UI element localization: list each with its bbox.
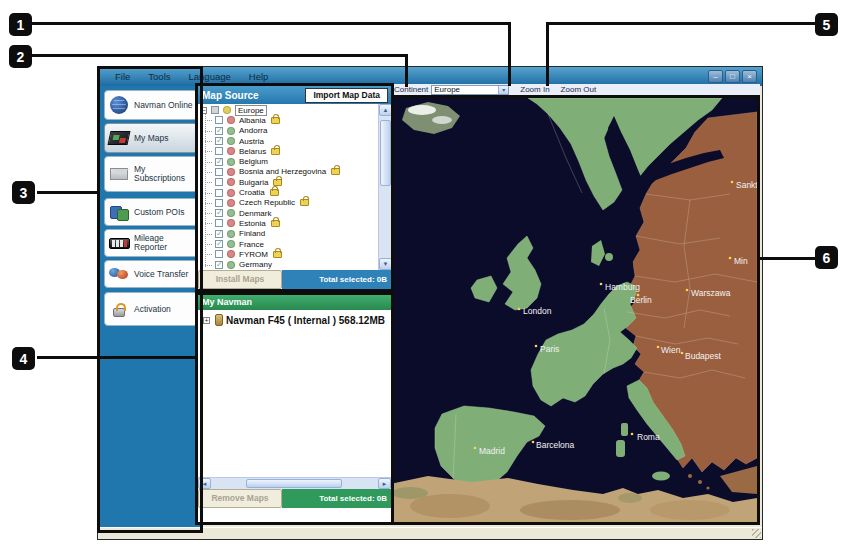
city-label: Berlin (630, 295, 652, 305)
status-dot-red (227, 168, 235, 176)
menu-tools[interactable]: Tools (139, 71, 179, 82)
menu-help[interactable]: Help (240, 71, 278, 82)
sidebar-item-my-maps[interactable]: My Maps (104, 123, 198, 153)
sidebar-item-navman-online[interactable]: Navman Online (104, 90, 198, 120)
checkbox-icon[interactable] (215, 189, 223, 197)
tree-row-europe[interactable]: − Europe (198, 105, 378, 115)
tree-row-germany[interactable]: Germany (198, 259, 378, 269)
status-dot-red (227, 250, 235, 258)
tree-row-belgium[interactable]: Belgium (198, 156, 378, 166)
sidebar-item-my-subscriptions[interactable]: My Subscriptions (104, 156, 198, 192)
menu-file[interactable]: File (106, 71, 139, 82)
scrollbar-thumb[interactable] (380, 120, 391, 186)
zoom-out-button[interactable]: Zoom Out (561, 85, 597, 94)
city-label: Budapest (685, 351, 722, 361)
collapse-icon[interactable]: − (200, 107, 207, 114)
lock-icon (273, 251, 282, 258)
status-dot-green (227, 240, 235, 248)
scroll-up-icon[interactable]: ▲ (379, 104, 391, 116)
city-label: Sankt (736, 180, 757, 190)
chevron-down-icon[interactable]: ▾ (498, 86, 508, 94)
lock-icon (271, 117, 280, 124)
expand-icon[interactable]: + (203, 317, 210, 324)
tree-row-austria[interactable]: Austria (198, 136, 378, 146)
checkbox-icon[interactable] (215, 178, 223, 186)
checkbox-icon[interactable] (215, 250, 223, 258)
my-navman-body: + Navman F45 ( Internal ) 568.12MB ◄ ► (198, 310, 391, 489)
lock-icon (300, 199, 309, 206)
checkbox-icon[interactable] (215, 261, 223, 269)
checkbox-icon[interactable] (215, 230, 223, 238)
city-label: Paris (540, 344, 559, 354)
minimize-button[interactable]: – (708, 70, 723, 83)
app-window: File Tools Language Help – □ × Navman On… (97, 66, 763, 540)
continent-label: Continent (394, 85, 428, 94)
checkbox-icon[interactable] (215, 199, 223, 207)
horizontal-scrollbar[interactable]: ◄ ► (198, 477, 391, 489)
sidebar-item-activation[interactable]: Activation (104, 292, 198, 326)
vertical-scrollbar[interactable]: ▲ ▼ (378, 104, 391, 270)
maps-icon (108, 128, 130, 148)
tree-label: Bosnia and Herzegovina (239, 167, 326, 176)
checkbox-icon[interactable] (215, 147, 223, 155)
callout-1: 1 (9, 13, 32, 36)
checkbox-icon[interactable] (211, 106, 219, 114)
sidebar-item-mileage-reporter[interactable]: Mileage Reporter (104, 229, 198, 257)
callout-3: 3 (12, 181, 35, 204)
activation-lock-icon (108, 299, 130, 319)
callout-line-3 (37, 191, 99, 194)
sidebar-item-custom-pois[interactable]: Custom POIs (104, 198, 198, 226)
scroll-right-icon[interactable]: ► (378, 478, 391, 489)
tree-row-finland[interactable]: Finland (198, 229, 378, 239)
tree-row-france[interactable]: France (198, 239, 378, 249)
city-dot (532, 441, 535, 444)
tree-row-bosnia-and-herzegovina[interactable]: Bosnia and Herzegovina (198, 167, 378, 177)
city-dot (474, 447, 477, 450)
tree-row-bulgaria[interactable]: Bulgaria (198, 177, 378, 187)
tree-label: Belarus (239, 147, 266, 156)
checkbox-icon[interactable] (215, 127, 223, 135)
tree-row-belarus[interactable]: Belarus (198, 146, 378, 156)
city-dot (686, 289, 689, 292)
tree-row-andorra[interactable]: Andorra (198, 126, 378, 136)
scrollbar-thumb[interactable] (246, 479, 342, 488)
status-dot-yellow (223, 106, 231, 114)
callout-line-2v (405, 54, 408, 87)
tree-row-estonia[interactable]: Estonia (198, 218, 378, 228)
maximize-button[interactable]: □ (725, 70, 740, 83)
install-maps-button[interactable]: Install Maps (198, 270, 282, 289)
tree-row-denmark[interactable]: Denmark (198, 208, 378, 218)
tree-label: Albania (239, 116, 266, 125)
total-selected-remove: Total selected: 0B (282, 489, 391, 508)
checkbox-icon[interactable] (215, 209, 223, 217)
sidebar-item-voice-transfer[interactable]: Voice Transfer (104, 260, 198, 288)
city-label: Min (734, 256, 748, 266)
scroll-down-icon[interactable]: ▼ (379, 258, 391, 270)
tree-row-croatia[interactable]: Croatia (198, 187, 378, 197)
checkbox-icon[interactable] (215, 240, 223, 248)
tree-row-fyrom[interactable]: FYROM (198, 249, 378, 259)
scroll-left-icon[interactable]: ◄ (198, 478, 211, 489)
checkbox-icon[interactable] (215, 158, 223, 166)
device-row[interactable]: + Navman F45 ( Internal ) 568.12MB (198, 310, 391, 326)
tree-row-czech-republic[interactable]: Czech Republic (198, 198, 378, 208)
tree-label: Croatia (239, 188, 265, 197)
map-display[interactable]: SanktMinHamburgBerlinWarszawaLondonParis… (387, 95, 760, 525)
tree-row-albania[interactable]: Albania (198, 115, 378, 125)
checkbox-icon[interactable] (215, 137, 223, 145)
checkbox-icon[interactable] (215, 219, 223, 227)
checkbox-icon[interactable] (215, 168, 223, 176)
tree-label: Estonia (239, 219, 266, 228)
continent-dropdown[interactable]: Europe ▾ (431, 85, 509, 95)
zoom-in-button[interactable]: Zoom In (520, 85, 549, 94)
resize-grip-icon[interactable] (752, 529, 761, 538)
sidebar-item-label: Voice Transfer (134, 270, 188, 279)
checkbox-icon[interactable] (215, 116, 223, 124)
import-map-data-button[interactable]: Import Map Data (305, 88, 388, 103)
remove-maps-button[interactable]: Remove Maps (198, 489, 282, 508)
menu-language[interactable]: Language (180, 71, 240, 82)
city-label: Barcelona (536, 440, 575, 450)
tree-label: Belgium (239, 157, 268, 166)
close-button[interactable]: × (742, 70, 757, 83)
status-dot-green (227, 158, 235, 166)
